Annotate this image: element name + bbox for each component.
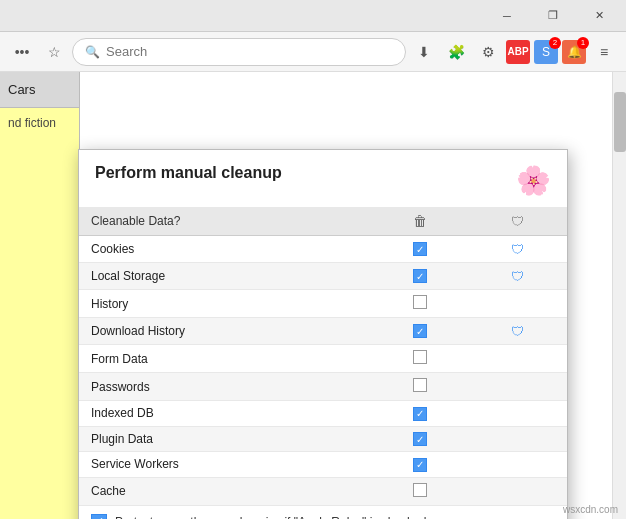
row-checkbox-2[interactable] [467,345,567,373]
checkbox-clean[interactable]: ✓ [413,269,427,283]
search-input[interactable] [106,44,393,59]
table-row: Cache [79,477,567,505]
table-row: History [79,290,567,318]
row-checkbox-1[interactable] [373,290,468,318]
table-row: Download History✓🛡 [79,318,567,345]
download-button[interactable]: ⬇ [410,38,438,66]
row-checkbox-2[interactable] [467,290,567,318]
restore-button[interactable]: ❐ [530,0,576,32]
row-label: Cache [79,477,373,505]
flower-icon: 🌸 [516,164,551,197]
row-checkbox-2[interactable]: 🛡 [467,263,567,290]
extensions-button[interactable]: 🧩 [442,38,470,66]
row-checkbox-1[interactable]: ✓ [373,318,468,345]
checkbox-clean[interactable]: ✓ [413,324,427,338]
ext-icon-2[interactable]: 🔔1 [562,40,586,64]
dialog-title: Perform manual cleanup [95,164,282,182]
row-checkbox-2[interactable]: 🛡 [467,318,567,345]
row-checkbox-2[interactable] [467,452,567,478]
table-row: Plugin Data✓ [79,426,567,452]
row-label: Local Storage [79,263,373,290]
checkbox-clean[interactable] [413,483,427,497]
row-checkbox-1[interactable]: ✓ [373,452,468,478]
more-button[interactable]: ••• [8,38,36,66]
dialog-header: Perform manual cleanup 🌸 [79,150,567,207]
minimize-button[interactable]: ─ [484,0,530,32]
row-checkbox-1[interactable] [373,345,468,373]
cleanup-dialog: Perform manual cleanup 🌸 Cleanable Data?… [78,149,568,519]
row-checkbox-1[interactable] [373,373,468,401]
row-label: Download History [79,318,373,345]
modal-overlay: Perform manual cleanup 🌸 Cleanable Data?… [0,144,626,519]
row-checkbox-1[interactable]: ✓ [373,426,468,452]
row-checkbox-2[interactable]: 🛡 [467,236,567,263]
table-row: Passwords [79,373,567,401]
table-row: Cookies✓🛡 [79,236,567,263]
checkbox-clean[interactable] [413,350,427,364]
row-label: Passwords [79,373,373,401]
protect-row: ✓ Protect currently open domains if "App… [79,506,567,520]
browser-toolbar: ••• ☆ 🔍 ⬇ 🧩 ⚙ ABP S2 🔔1 ≡ [0,32,626,72]
trash-icon: 🗑 [413,213,427,229]
close-button[interactable]: ✕ [576,0,622,32]
shield-icon[interactable]: 🛡 [509,323,525,339]
search-magnifier-icon: 🔍 [85,45,100,59]
checkbox-clean[interactable] [413,378,427,392]
col-header-shield: 🛡 [467,207,567,236]
table-row: Form Data [79,345,567,373]
bookmark-button[interactable]: ☆ [40,38,68,66]
protect-checkbox[interactable]: ✓ [91,514,107,520]
watermark: wsxcdn.com [563,504,618,515]
settings-button[interactable]: ⚙ [474,38,502,66]
row-checkbox-2[interactable] [467,477,567,505]
ext-icon-1[interactable]: S2 [534,40,558,64]
checkbox-clean[interactable] [413,295,427,309]
checkbox-clean[interactable]: ✓ [413,242,427,256]
sidebar-item-cars[interactable]: Cars [0,72,79,108]
checkbox-clean[interactable]: ✓ [413,407,427,421]
checkbox-clean[interactable]: ✓ [413,432,427,446]
shield-header-icon: 🛡 [509,213,525,229]
row-checkbox-2[interactable] [467,426,567,452]
table-row: Indexed DB✓ [79,401,567,427]
row-checkbox-1[interactable]: ✓ [373,263,468,290]
row-checkbox-2[interactable] [467,401,567,427]
row-checkbox-2[interactable] [467,373,567,401]
checkbox-clean[interactable]: ✓ [413,458,427,472]
row-label: Indexed DB [79,401,373,427]
table-row: Service Workers✓ [79,452,567,478]
row-checkbox-1[interactable] [373,477,468,505]
row-label: History [79,290,373,318]
abp-icon[interactable]: ABP [506,40,530,64]
col-header-trash: 🗑 [373,207,468,236]
row-label: Service Workers [79,452,373,478]
row-checkbox-1[interactable]: ✓ [373,401,468,427]
scrollbar-thumb[interactable] [614,92,626,152]
page-background: ed ut a Lot Cars nd fiction Perform manu… [0,72,626,519]
shield-icon[interactable]: 🛡 [509,241,525,257]
search-bar[interactable]: 🔍 [72,38,406,66]
title-bar: ─ ❐ ✕ [0,0,626,32]
table-row: Local Storage✓🛡 [79,263,567,290]
shield-icon[interactable]: 🛡 [509,268,525,284]
row-label: Form Data [79,345,373,373]
cleanable-data-table: Cleanable Data? 🗑 🛡 Cookies✓🛡Local Stora… [79,207,567,506]
col-header-label: Cleanable Data? [79,207,373,236]
protect-label: Protect currently open domains if "Apply… [115,515,426,520]
row-label: Plugin Data [79,426,373,452]
menu-button[interactable]: ≡ [590,38,618,66]
row-checkbox-1[interactable]: ✓ [373,236,468,263]
row-label: Cookies [79,236,373,263]
